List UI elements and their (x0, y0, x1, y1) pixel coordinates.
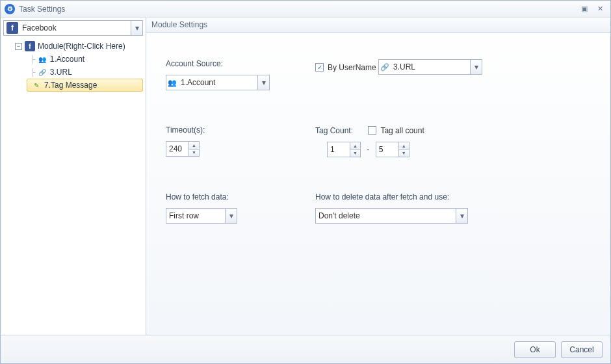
main-panel: Module Settings Account Source: 👥 1.Acco… (146, 18, 610, 335)
people-icon: 👥 (37, 54, 47, 64)
window-title: Task Settings (19, 5, 575, 14)
module-tree: − f Module(Right-Click Here) ├ 👥 1.Accou… (1, 38, 146, 335)
account-source-label: Account Source: (166, 59, 315, 68)
delete-label: How to delete data after fetch and use: (315, 192, 597, 202)
titlebar: ⚙ Task Settings ▣ ✕ (1, 1, 610, 18)
tag-to-spinner[interactable]: ▲ ▼ (376, 142, 410, 157)
app-icon: ⚙ (5, 4, 15, 14)
by-username-checkbox[interactable]: ✓ (315, 63, 324, 72)
fetch-label: How to fetch data: (166, 192, 315, 202)
module-selector-label: Facebook (21, 23, 131, 32)
tag-to-input[interactable] (376, 142, 398, 157)
cancel-button[interactable]: Cancel (561, 341, 603, 358)
tag-all-checkbox[interactable] (368, 126, 376, 135)
spinner-up-icon[interactable]: ▲ (350, 142, 360, 150)
tree-item-label: 1.Account (50, 55, 84, 64)
content: f Facebook ▾ − f Module(Right-Click Here… (1, 18, 610, 335)
fetch-select[interactable]: First row ▾ (166, 208, 237, 224)
facebook-icon: f (6, 22, 18, 34)
chevron-down-icon[interactable]: ▾ (456, 209, 467, 223)
timeout-input[interactable] (166, 142, 188, 156)
tree-line-icon: ├ (31, 55, 36, 63)
close-button[interactable]: ✕ (593, 4, 606, 14)
chevron-down-icon[interactable]: ▾ (470, 60, 482, 74)
by-username-value: 3.URL (391, 62, 470, 72)
task-settings-window: ⚙ Task Settings ▣ ✕ f Facebook ▾ − f Mod… (0, 0, 611, 364)
tree-item-url[interactable]: ├ 🔗 3.URL (1, 66, 146, 79)
tree-root[interactable]: − f Module(Right-Click Here) (1, 40, 146, 53)
facebook-icon: f (25, 41, 35, 51)
tree-item-account[interactable]: ├ 👥 1.Account (1, 53, 146, 66)
sidebar: f Facebook ▾ − f Module(Right-Click Here… (1, 18, 146, 335)
ok-button[interactable]: Ok (514, 341, 556, 358)
tree-root-label: Module(Right-Click Here) (38, 42, 125, 51)
tag-all-label: Tag all count (380, 126, 424, 135)
tag-from-spinner[interactable]: ▲ ▼ (327, 142, 361, 157)
timeout-label: Timeout(s): (166, 125, 315, 135)
timeout-spinner[interactable]: ▲ ▼ (166, 141, 200, 157)
chevron-down-icon[interactable]: ▾ (225, 209, 237, 223)
chevron-down-icon[interactable]: ▾ (131, 21, 142, 35)
spinner-down-icon[interactable]: ▼ (399, 150, 409, 157)
by-username-select[interactable]: 🔗 3.URL ▾ (378, 59, 482, 75)
chevron-down-icon[interactable]: ▾ (257, 75, 269, 90)
main-header: Module Settings (146, 18, 610, 33)
tag-count-label: Tag Count: (315, 126, 353, 135)
form-area: Account Source: 👥 1.Account ▾ ✓ By UserN… (146, 33, 610, 335)
tag-from-input[interactable] (328, 142, 350, 157)
spinner-down-icon[interactable]: ▼ (350, 150, 360, 157)
fetch-value: First row (166, 211, 225, 220)
account-source-value: 1.Account (178, 78, 257, 87)
link-icon: 🔗 (37, 67, 47, 77)
range-separator: - (367, 145, 369, 154)
spinner-down-icon[interactable]: ▼ (189, 150, 199, 157)
people-icon: 👥 (166, 79, 178, 87)
footer: Ok Cancel (1, 335, 610, 363)
spinner-up-icon[interactable]: ▲ (399, 142, 409, 150)
minimize-button[interactable]: ▣ (578, 4, 591, 14)
by-username-label: By UserName (328, 63, 376, 72)
tree-item-label: 3.URL (50, 68, 72, 77)
delete-select[interactable]: Don't delete ▾ (315, 208, 468, 224)
tree-line-icon: ├ (31, 68, 36, 76)
spinner-up-icon[interactable]: ▲ (189, 142, 199, 150)
account-source-select[interactable]: 👥 1.Account ▾ (166, 75, 270, 90)
tree-item-tag-message[interactable]: ✎ 7.Tag Message (27, 79, 143, 92)
delete-value: Don't delete (316, 211, 456, 220)
link-icon: 🔗 (379, 63, 391, 72)
module-selector[interactable]: f Facebook ▾ (3, 20, 143, 36)
collapse-icon[interactable]: − (15, 43, 22, 50)
tag-icon: ✎ (31, 80, 42, 90)
tree-item-label: 7.Tag Message (44, 81, 97, 90)
